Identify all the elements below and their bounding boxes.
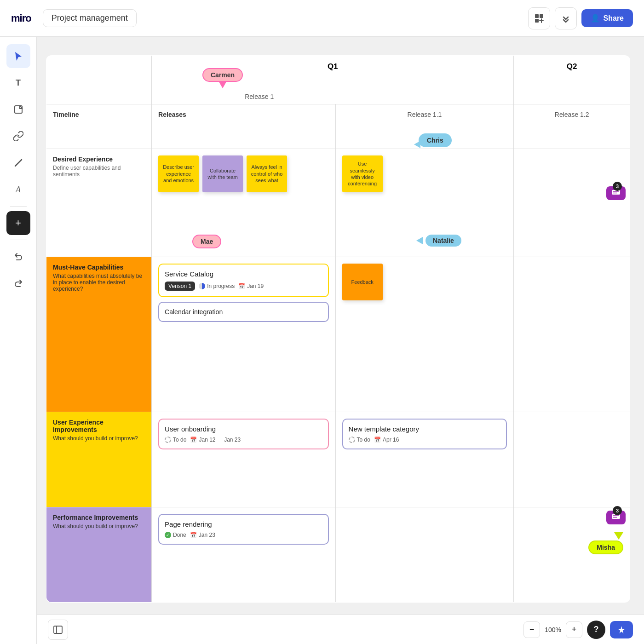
- user-onboarding-badges: To do 📅 Jan 12 — Jan 23: [165, 437, 322, 443]
- project-title-box[interactable]: Project management: [43, 9, 137, 27]
- in-progress-badge: In progress: [199, 283, 235, 289]
- status-label: In progress: [207, 283, 235, 289]
- sticky-feedback[interactable]: Feedback: [342, 264, 383, 300]
- calendar-icon-4: 📅: [190, 532, 197, 538]
- musthave-r11-cell: Feedback: [335, 257, 514, 412]
- topbar-right: 👤 Share: [528, 7, 633, 29]
- desired-r1-stickies: Describe user experience and emotions Co…: [158, 155, 328, 192]
- svg-line-4: [15, 160, 22, 166]
- desired-row: Desired Experience Define user capabilit…: [46, 149, 630, 257]
- todo-badge: To do: [165, 437, 186, 443]
- new-template-todo: To do: [349, 437, 370, 443]
- chevron-down-icon-btn[interactable]: [555, 7, 577, 29]
- musthave-title: Must-Have Capabilities: [53, 264, 145, 271]
- musthave-label-cell: Must-Have Capabilities What capabilities…: [46, 257, 152, 412]
- share-button[interactable]: 👤 Share: [581, 9, 633, 27]
- main-area: T A +: [0, 37, 644, 644]
- desired-r12-cell: [514, 149, 630, 257]
- bottom-left: [48, 620, 68, 640]
- desired-r1-cell: Describe user experience and emotions Co…: [152, 149, 335, 257]
- done-label: Done: [173, 532, 186, 538]
- release12-cell: Release 1.2: [514, 104, 630, 149]
- page-rendering-date-label: Jan 23: [199, 532, 215, 538]
- line-tool[interactable]: [6, 151, 30, 175]
- select-tool[interactable]: [6, 44, 30, 68]
- calendar-icon-3: 📅: [374, 437, 381, 443]
- new-template-title: New template category: [349, 425, 501, 433]
- sticky-seamless-video[interactable]: Use seamlessly with video conferencing: [342, 155, 383, 192]
- perf-label-cell: Performance Improvements What should you…: [46, 507, 152, 602]
- templates-icon-btn[interactable]: [528, 7, 550, 29]
- musthave-r1-cards: Service Catalog Verison 1 In progress 📅: [158, 264, 328, 322]
- sticky-note-tool[interactable]: [6, 98, 30, 121]
- svg-rect-1: [540, 14, 543, 18]
- q1-label: Q1: [328, 62, 338, 71]
- left-toolbar: T A +: [0, 37, 37, 644]
- timeline-label: Timeline: [53, 111, 79, 118]
- sidebar-toggle-btn[interactable]: [48, 620, 68, 640]
- done-check-icon: ✓: [165, 532, 171, 538]
- page-rendering-card[interactable]: Page rendering ✓ Done 📅 Jan 23: [158, 514, 328, 545]
- todo-circle-icon: [165, 437, 171, 443]
- page-rendering-title: Page rendering: [165, 520, 322, 528]
- q1-header: Q1: [152, 56, 514, 104]
- canvas-area: Q1 Q2 Timeline Releases Release 1.1: [37, 37, 644, 644]
- undo-tool[interactable]: [6, 245, 30, 269]
- date-range-badge: 📅 Jan 12 — Jan 23: [190, 437, 241, 443]
- quarter-header-row: Q1 Q2: [46, 56, 630, 104]
- desired-label-cell: Desired Experience Define user capabilit…: [46, 149, 152, 257]
- sticky-collaborate[interactable]: Collaborate with the team: [202, 155, 243, 192]
- header-empty-cell: [46, 56, 152, 104]
- board-container: Q1 Q2 Timeline Releases Release 1.1: [46, 55, 630, 603]
- user-onboarding-card[interactable]: User onboarding To do 📅 Jan 12 — Jan 23: [158, 419, 328, 449]
- zoom-in-btn[interactable]: +: [566, 621, 582, 638]
- new-template-date-label: Apr 16: [383, 437, 399, 443]
- todo-circle-icon-2: [349, 437, 355, 443]
- todo-label: To do: [173, 437, 186, 443]
- new-template-date: 📅 Apr 16: [374, 437, 399, 443]
- add-tool[interactable]: +: [6, 211, 30, 235]
- zoom-controls: − 100% +: [523, 621, 582, 638]
- releases-label-cell: Releases: [152, 104, 335, 149]
- date-range-label: Jan 12 — Jan 23: [199, 437, 241, 443]
- text-tool[interactable]: T: [6, 71, 30, 95]
- share-person-icon: 👤: [591, 14, 600, 23]
- zoom-level: 100%: [545, 626, 561, 633]
- ux-r12-cell: [514, 412, 630, 507]
- calendar-integration-title: Calendar integration: [165, 308, 322, 316]
- calendar-integration-card[interactable]: Calendar integration: [158, 302, 328, 322]
- sticky-always-feel[interactable]: Always feel in control of who sees what: [247, 155, 287, 192]
- service-catalog-card[interactable]: Service Catalog Verison 1 In progress 📅: [158, 264, 328, 297]
- board-table: Q1 Q2 Timeline Releases Release 1.1: [46, 55, 630, 603]
- link-tool[interactable]: [6, 124, 30, 148]
- bottom-bar: − 100% + ?: [37, 615, 644, 644]
- svg-rect-0: [535, 14, 539, 18]
- page-rendering-badges: ✓ Done 📅 Jan 23: [165, 532, 322, 538]
- service-catalog-badges: Verison 1 In progress 📅 Jan 19: [165, 282, 322, 291]
- redo-tool[interactable]: [6, 271, 30, 295]
- musthave-sub: What capabilities must absolutely be in …: [53, 273, 145, 292]
- perf-r11-cell: [335, 507, 514, 602]
- releases-header-row: Timeline Releases Release 1.1 Release 1.…: [46, 104, 630, 149]
- svg-rect-2: [535, 19, 539, 23]
- releases-label: Releases: [158, 111, 186, 118]
- new-template-todo-label: To do: [357, 437, 370, 443]
- calendar-icon: 📅: [238, 283, 245, 289]
- toolbar-separator-2: [10, 240, 27, 240]
- ai-assist-btn[interactable]: [610, 621, 633, 638]
- half-circle-icon: [199, 283, 205, 289]
- musthave-r1-cell: Service Catalog Verison 1 In progress 📅: [152, 257, 335, 412]
- new-template-card[interactable]: New template category To do 📅 Apr 16: [342, 419, 507, 449]
- sticky-text: Use seamlessly with video conferencing: [346, 161, 379, 187]
- help-btn[interactable]: ?: [587, 621, 605, 639]
- topbar-left: miro Project management: [11, 9, 137, 27]
- ux-row: User Experience Improvements What should…: [46, 412, 630, 507]
- zoom-out-btn[interactable]: −: [523, 621, 540, 638]
- done-badge: ✓ Done: [165, 532, 186, 538]
- sticky-text: Always feel in control of who sees what: [250, 164, 283, 184]
- font-tool[interactable]: A: [6, 178, 30, 201]
- sticky-describe-user[interactable]: Describe user experience and emotions: [158, 155, 199, 192]
- bottom-right: − 100% + ?: [523, 621, 633, 639]
- svg-rect-11: [54, 626, 62, 633]
- desired-r11-cell: Use seamlessly with video conferencing: [335, 149, 514, 257]
